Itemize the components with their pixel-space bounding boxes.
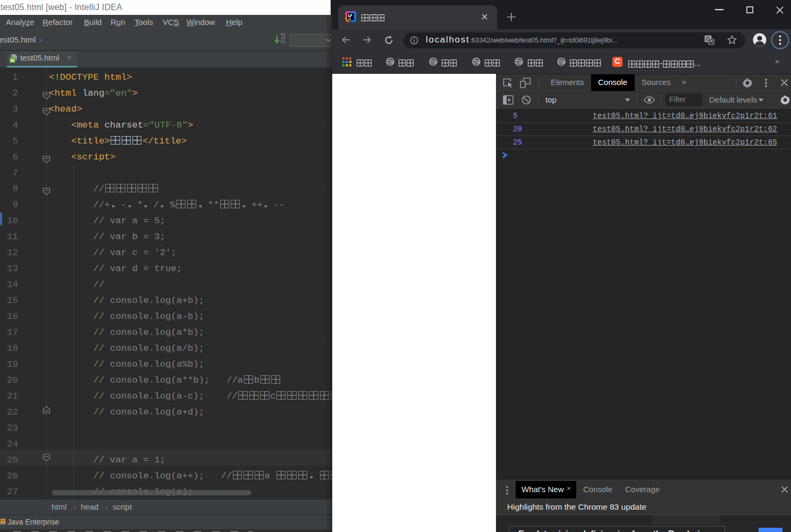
svg-text:H: H xyxy=(11,58,14,63)
